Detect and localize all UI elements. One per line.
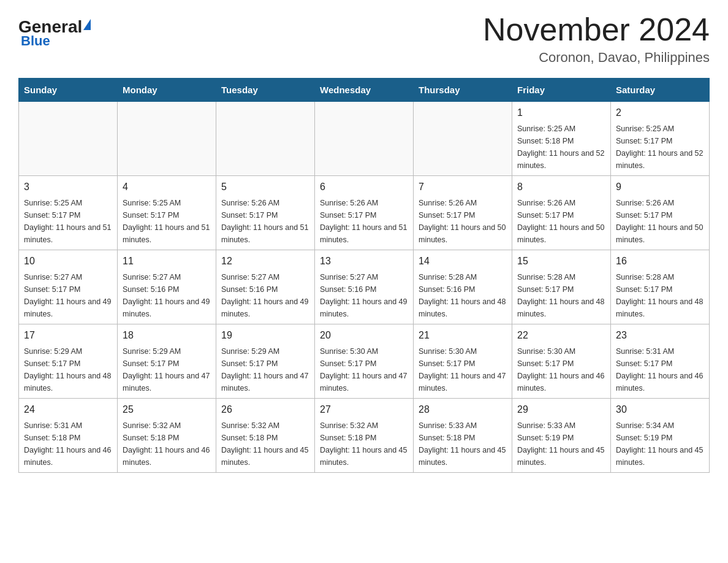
- calendar-cell: 30Sunrise: 5:34 AMSunset: 5:19 PMDayligh…: [611, 399, 710, 473]
- calendar-cell: 5Sunrise: 5:26 AMSunset: 5:17 PMDaylight…: [216, 176, 315, 250]
- calendar-cell: 16Sunrise: 5:28 AMSunset: 5:17 PMDayligh…: [611, 250, 710, 324]
- day-number: 21: [419, 328, 507, 343]
- calendar-cell: 22Sunrise: 5:30 AMSunset: 5:17 PMDayligh…: [512, 324, 611, 399]
- day-number: 7: [419, 180, 507, 194]
- calendar-cell: 15Sunrise: 5:28 AMSunset: 5:17 PMDayligh…: [512, 250, 611, 324]
- day-number: 25: [123, 402, 211, 417]
- day-sun-info: Sunrise: 5:27 AMSunset: 5:17 PMDaylight:…: [24, 271, 112, 320]
- calendar-cell: 23Sunrise: 5:31 AMSunset: 5:17 PMDayligh…: [611, 324, 710, 399]
- logo-blue-text: Blue: [21, 33, 50, 49]
- day-number: 26: [221, 402, 309, 417]
- day-number: 17: [24, 328, 112, 343]
- day-number: 14: [419, 254, 507, 269]
- weekday-header-friday: Friday: [512, 79, 611, 102]
- day-sun-info: Sunrise: 5:27 AMSunset: 5:16 PMDaylight:…: [123, 271, 211, 320]
- day-sun-info: Sunrise: 5:25 AMSunset: 5:17 PMDaylight:…: [616, 123, 704, 172]
- day-sun-info: Sunrise: 5:34 AMSunset: 5:19 PMDaylight:…: [616, 419, 704, 469]
- day-sun-info: Sunrise: 5:30 AMSunset: 5:17 PMDaylight:…: [419, 345, 507, 394]
- weekday-header-wednesday: Wednesday: [315, 79, 414, 102]
- day-number: 4: [123, 180, 211, 194]
- day-number: 6: [320, 180, 408, 194]
- calendar-table: SundayMondayTuesdayWednesdayThursdayFrid…: [18, 78, 710, 473]
- week-row-2: 3Sunrise: 5:25 AMSunset: 5:17 PMDaylight…: [19, 176, 710, 250]
- calendar-cell: 21Sunrise: 5:30 AMSunset: 5:17 PMDayligh…: [414, 324, 512, 399]
- calendar-cell: 3Sunrise: 5:25 AMSunset: 5:17 PMDaylight…: [19, 176, 118, 250]
- calendar-cell: 8Sunrise: 5:26 AMSunset: 5:17 PMDaylight…: [512, 176, 611, 250]
- calendar-cell: 7Sunrise: 5:26 AMSunset: 5:17 PMDaylight…: [414, 176, 512, 250]
- weekday-header-monday: Monday: [118, 79, 216, 102]
- calendar-cell: 14Sunrise: 5:28 AMSunset: 5:16 PMDayligh…: [414, 250, 512, 324]
- day-sun-info: Sunrise: 5:29 AMSunset: 5:17 PMDaylight:…: [123, 345, 211, 394]
- day-number: 8: [517, 180, 605, 194]
- day-sun-info: Sunrise: 5:31 AMSunset: 5:18 PMDaylight:…: [24, 419, 112, 469]
- day-sun-info: Sunrise: 5:28 AMSunset: 5:17 PMDaylight:…: [616, 271, 704, 320]
- day-sun-info: Sunrise: 5:26 AMSunset: 5:17 PMDaylight:…: [419, 197, 507, 246]
- day-number: 29: [517, 402, 605, 417]
- calendar-cell: 1Sunrise: 5:25 AMSunset: 5:18 PMDaylight…: [512, 102, 611, 176]
- day-number: 5: [221, 180, 309, 194]
- calendar-cell: 11Sunrise: 5:27 AMSunset: 5:16 PMDayligh…: [118, 250, 216, 324]
- week-row-5: 24Sunrise: 5:31 AMSunset: 5:18 PMDayligh…: [19, 399, 710, 473]
- day-number: 16: [616, 254, 704, 269]
- weekday-header-thursday: Thursday: [414, 79, 512, 102]
- day-sun-info: Sunrise: 5:26 AMSunset: 5:17 PMDaylight:…: [517, 197, 605, 246]
- calendar-cell: [414, 102, 512, 176]
- calendar-cell: 28Sunrise: 5:33 AMSunset: 5:18 PMDayligh…: [414, 399, 512, 473]
- day-sun-info: Sunrise: 5:27 AMSunset: 5:16 PMDaylight:…: [221, 271, 309, 320]
- day-number: 9: [616, 180, 704, 194]
- calendar-cell: 19Sunrise: 5:29 AMSunset: 5:17 PMDayligh…: [216, 324, 315, 399]
- weekday-header-tuesday: Tuesday: [216, 79, 315, 102]
- day-number: 1: [517, 105, 605, 120]
- day-number: 22: [517, 328, 605, 343]
- day-sun-info: Sunrise: 5:32 AMSunset: 5:18 PMDaylight:…: [320, 419, 408, 469]
- day-number: 13: [320, 254, 408, 269]
- calendar-cell: 2Sunrise: 5:25 AMSunset: 5:17 PMDaylight…: [611, 102, 710, 176]
- day-sun-info: Sunrise: 5:25 AMSunset: 5:17 PMDaylight:…: [24, 197, 112, 246]
- day-sun-info: Sunrise: 5:26 AMSunset: 5:17 PMDaylight:…: [320, 197, 408, 246]
- day-number: 23: [616, 328, 704, 343]
- calendar-cell: [19, 102, 118, 176]
- day-sun-info: Sunrise: 5:32 AMSunset: 5:18 PMDaylight:…: [221, 419, 309, 469]
- calendar-cell: 27Sunrise: 5:32 AMSunset: 5:18 PMDayligh…: [315, 399, 414, 473]
- day-sun-info: Sunrise: 5:26 AMSunset: 5:17 PMDaylight:…: [221, 197, 309, 246]
- week-row-3: 10Sunrise: 5:27 AMSunset: 5:17 PMDayligh…: [19, 250, 710, 324]
- day-sun-info: Sunrise: 5:31 AMSunset: 5:17 PMDaylight:…: [616, 345, 704, 394]
- weekday-header-sunday: Sunday: [19, 79, 118, 102]
- day-number: 19: [221, 328, 309, 343]
- week-row-1: 1Sunrise: 5:25 AMSunset: 5:18 PMDaylight…: [19, 102, 710, 176]
- day-sun-info: Sunrise: 5:33 AMSunset: 5:19 PMDaylight:…: [517, 419, 605, 469]
- calendar-cell: 17Sunrise: 5:29 AMSunset: 5:17 PMDayligh…: [19, 324, 118, 399]
- calendar-cell: [118, 102, 216, 176]
- month-title: November 2024: [483, 12, 710, 47]
- calendar-cell: 12Sunrise: 5:27 AMSunset: 5:16 PMDayligh…: [216, 250, 315, 324]
- calendar-cell: 6Sunrise: 5:26 AMSunset: 5:17 PMDaylight…: [315, 176, 414, 250]
- day-sun-info: Sunrise: 5:25 AMSunset: 5:18 PMDaylight:…: [517, 123, 605, 172]
- calendar-cell: [216, 102, 315, 176]
- page-header: General Blue November 2024 Coronon, Dava…: [18, 12, 710, 66]
- weekday-header-saturday: Saturday: [611, 79, 710, 102]
- day-sun-info: Sunrise: 5:29 AMSunset: 5:17 PMDaylight:…: [221, 345, 309, 394]
- day-number: 24: [24, 402, 112, 417]
- day-number: 27: [320, 402, 408, 417]
- day-number: 12: [221, 254, 309, 269]
- day-number: 2: [616, 105, 704, 120]
- day-sun-info: Sunrise: 5:28 AMSunset: 5:16 PMDaylight:…: [419, 271, 507, 320]
- day-number: 11: [123, 254, 211, 269]
- calendar-cell: 9Sunrise: 5:26 AMSunset: 5:17 PMDaylight…: [611, 176, 710, 250]
- day-sun-info: Sunrise: 5:28 AMSunset: 5:17 PMDaylight:…: [517, 271, 605, 320]
- day-number: 28: [419, 402, 507, 417]
- day-sun-info: Sunrise: 5:30 AMSunset: 5:17 PMDaylight:…: [320, 345, 408, 394]
- day-sun-info: Sunrise: 5:26 AMSunset: 5:17 PMDaylight:…: [616, 197, 704, 246]
- day-sun-info: Sunrise: 5:33 AMSunset: 5:18 PMDaylight:…: [419, 419, 507, 469]
- day-sun-info: Sunrise: 5:32 AMSunset: 5:18 PMDaylight:…: [123, 419, 211, 469]
- calendar-cell: 26Sunrise: 5:32 AMSunset: 5:18 PMDayligh…: [216, 399, 315, 473]
- week-row-4: 17Sunrise: 5:29 AMSunset: 5:17 PMDayligh…: [19, 324, 710, 399]
- calendar-cell: 13Sunrise: 5:27 AMSunset: 5:16 PMDayligh…: [315, 250, 414, 324]
- calendar-cell: 10Sunrise: 5:27 AMSunset: 5:17 PMDayligh…: [19, 250, 118, 324]
- calendar-cell: 4Sunrise: 5:25 AMSunset: 5:17 PMDaylight…: [118, 176, 216, 250]
- logo-triangle-icon: [83, 19, 91, 30]
- day-sun-info: Sunrise: 5:27 AMSunset: 5:16 PMDaylight:…: [320, 271, 408, 320]
- day-number: 10: [24, 254, 112, 269]
- title-area: November 2024 Coronon, Davao, Philippine…: [483, 12, 710, 66]
- day-number: 3: [24, 180, 112, 194]
